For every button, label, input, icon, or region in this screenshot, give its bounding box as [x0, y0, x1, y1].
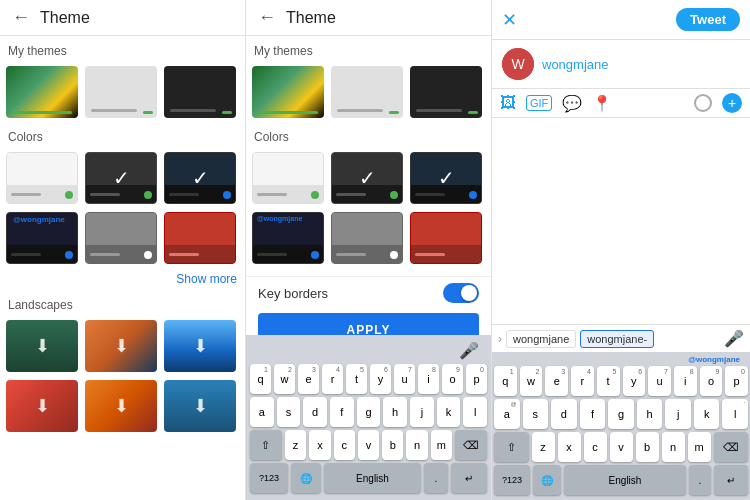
p3-key-g[interactable]: g	[608, 399, 634, 429]
key-globe-p2[interactable]: 🌐	[291, 463, 321, 493]
color-theme-dark-blue[interactable]: ✓	[164, 152, 236, 204]
key-y-p2[interactable]: y6	[370, 364, 391, 394]
key-u-p2[interactable]: u7	[394, 364, 415, 394]
p3-key-b[interactable]: b	[636, 432, 659, 462]
key-n-p2[interactable]: n	[406, 430, 427, 460]
key-q-p2[interactable]: q1	[250, 364, 271, 394]
key-o-p2[interactable]: o9	[442, 364, 463, 394]
p3-key-o[interactable]: o9	[700, 366, 723, 396]
p3-key-c[interactable]: c	[584, 432, 607, 462]
key-j-p2[interactable]: j	[410, 397, 434, 427]
p3-key-f[interactable]: f	[580, 399, 606, 429]
p2-custom-theme-3[interactable]	[410, 66, 482, 118]
key-dot-p2[interactable]: .	[424, 463, 448, 493]
p3-key-h[interactable]: h	[637, 399, 663, 429]
key-w-p2[interactable]: w2	[274, 364, 295, 394]
p3-key-shift[interactable]: ⇧	[494, 432, 529, 462]
key-h-p2[interactable]: h	[383, 397, 407, 427]
color-theme-custom2[interactable]	[85, 212, 157, 264]
image-icon[interactable]: 🖼	[500, 94, 516, 112]
gif-icon[interactable]: GIF	[526, 95, 552, 111]
p3-key-u[interactable]: u7	[648, 366, 671, 396]
key-space-p2[interactable]: English	[324, 463, 421, 493]
p2-color-dark[interactable]: ✓	[331, 152, 403, 204]
p2-custom-theme-1[interactable]	[252, 66, 324, 118]
key-x-p2[interactable]: x	[309, 430, 330, 460]
p2-color-red[interactable]	[410, 212, 482, 264]
tweet-button[interactable]: Tweet	[676, 8, 740, 31]
p3-key-n[interactable]: n	[662, 432, 685, 462]
close-icon[interactable]: ✕	[502, 9, 517, 31]
key-enter-p2[interactable]: ↵	[451, 463, 487, 493]
p3-key-k[interactable]: k	[694, 399, 720, 429]
key-t-p2[interactable]: t5	[346, 364, 367, 394]
color-theme-white[interactable]	[6, 152, 78, 204]
mic-icon-p3[interactable]: 🎤	[724, 329, 744, 348]
p2-color-gray[interactable]	[331, 212, 403, 264]
key-e-p2[interactable]: e3	[298, 364, 319, 394]
key-c-p2[interactable]: c	[334, 430, 355, 460]
custom-theme-cell-3[interactable]	[164, 66, 236, 118]
p3-key-a[interactable]: a@	[494, 399, 520, 429]
p3-key-j[interactable]: j	[665, 399, 691, 429]
back-icon-1[interactable]: ←	[12, 7, 30, 28]
p3-key-globe[interactable]: 🌐	[533, 465, 561, 495]
key-f-p2[interactable]: f	[330, 397, 354, 427]
landscape-cell-1[interactable]: ⬇	[6, 320, 78, 372]
add-tweet-button[interactable]: +	[722, 93, 742, 113]
p3-key-dot[interactable]: .	[689, 465, 711, 495]
key-r-p2[interactable]: r4	[322, 364, 343, 394]
p3-key-x[interactable]: x	[558, 432, 581, 462]
p2-color-custom1[interactable]: @wongmjane	[252, 212, 324, 264]
key-p-p2[interactable]: p0	[466, 364, 487, 394]
suggestion-1[interactable]: wongmjane	[506, 330, 576, 348]
color-theme-custom1[interactable]: @wongmjane	[6, 212, 78, 264]
show-more-link[interactable]: Show more	[0, 268, 245, 290]
key-l-p2[interactable]: l	[463, 397, 487, 427]
suggestion-2[interactable]: wongmjane-	[580, 330, 654, 348]
p2-color-white[interactable]	[252, 152, 324, 204]
p3-key-i[interactable]: i8	[674, 366, 697, 396]
custom-theme-cell-1[interactable]	[6, 66, 78, 118]
key-m-p2[interactable]: m	[431, 430, 452, 460]
landscape-cell-4[interactable]: ⬇	[6, 380, 78, 432]
key-del-p2[interactable]: ⌫	[455, 430, 487, 460]
landscape-cell-3[interactable]: ⬇	[164, 320, 236, 372]
p3-key-t[interactable]: t5	[597, 366, 620, 396]
p3-key-w[interactable]: w2	[520, 366, 543, 396]
key-z-p2[interactable]: z	[285, 430, 306, 460]
landscape-cell-6[interactable]: ⬇	[164, 380, 236, 432]
message-icon[interactable]: 💬	[562, 94, 582, 113]
p3-key-d[interactable]: d	[551, 399, 577, 429]
color-theme-red[interactable]	[164, 212, 236, 264]
key-b-p2[interactable]: b	[382, 430, 403, 460]
p3-key-q[interactable]: q1	[494, 366, 517, 396]
p3-key-z[interactable]: z	[532, 432, 555, 462]
key-d-p2[interactable]: d	[303, 397, 327, 427]
p2-custom-theme-2[interactable]	[331, 66, 403, 118]
p3-key-v[interactable]: v	[610, 432, 633, 462]
key-borders-toggle[interactable]	[443, 283, 479, 303]
p3-key-r[interactable]: r4	[571, 366, 594, 396]
key-shift-p2[interactable]: ⇧	[250, 430, 282, 460]
key-k-p2[interactable]: k	[437, 397, 461, 427]
key-a-p2[interactable]: a	[250, 397, 274, 427]
back-icon-2[interactable]: ←	[258, 7, 276, 28]
location-icon[interactable]: 📍	[592, 94, 612, 113]
color-theme-dark[interactable]: ✓	[85, 152, 157, 204]
key-g-p2[interactable]: g	[357, 397, 381, 427]
mic-icon-p2[interactable]: 🎤	[250, 341, 487, 360]
key-i-p2[interactable]: i8	[418, 364, 439, 394]
p3-key-m[interactable]: m	[688, 432, 711, 462]
p3-key-e[interactable]: e3	[545, 366, 568, 396]
p3-key-space[interactable]: English	[564, 465, 686, 495]
p3-key-s[interactable]: s	[523, 399, 549, 429]
p3-key-num[interactable]: ?123	[494, 465, 530, 495]
p3-key-l[interactable]: l'	[722, 399, 748, 429]
key-s-p2[interactable]: s	[277, 397, 301, 427]
p2-color-dark-blue[interactable]: ✓	[410, 152, 482, 204]
p3-key-enter[interactable]: ↵	[714, 465, 748, 495]
p3-key-del[interactable]: ⌫	[714, 432, 749, 462]
landscape-cell-2[interactable]: ⬇	[85, 320, 157, 372]
key-v-p2[interactable]: v	[358, 430, 379, 460]
